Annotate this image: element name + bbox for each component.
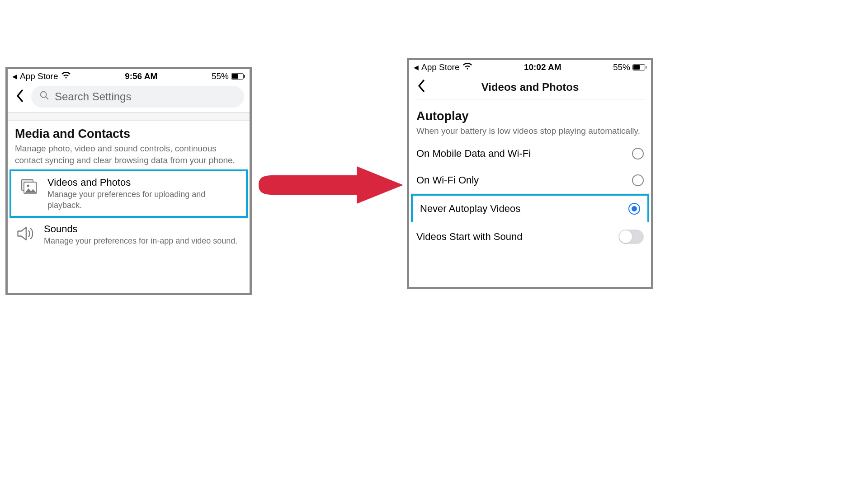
- wifi-icon: [61, 71, 71, 81]
- autoplay-heading: Autoplay: [416, 109, 644, 123]
- autoplay-option-never[interactable]: Never Autoplay Videos: [411, 194, 649, 222]
- autoplay-option-mobile-wifi[interactable]: On Mobile Data and Wi-Fi: [409, 141, 651, 167]
- svg-point-4: [27, 185, 29, 188]
- option-label: Never Autoplay Videos: [420, 203, 520, 215]
- setting-title: Sounds: [44, 223, 237, 235]
- option-label: On Wi-Fi Only: [416, 174, 479, 186]
- status-bar: ◀ App Store 10:02 AM 55%: [409, 60, 651, 73]
- arrow-right-icon: [255, 164, 406, 206]
- nav-row: Videos and Photos: [409, 73, 651, 99]
- battery-icon: [632, 64, 646, 70]
- battery-icon: [231, 73, 245, 80]
- option-label: On Mobile Data and Wi-Fi: [416, 148, 531, 160]
- toggle-off-icon[interactable]: [618, 230, 644, 244]
- battery-percent: 55%: [212, 71, 229, 81]
- back-button[interactable]: [415, 80, 428, 94]
- setting-desc: Manage your preferences for uploading an…: [47, 189, 239, 211]
- settings-screen-left: ◀ App Store 9:56 AM 55% Search Settings …: [5, 67, 252, 295]
- back-to-app-caret-icon[interactable]: ◀: [12, 73, 17, 80]
- status-bar: ◀ App Store 9:56 AM 55%: [8, 69, 250, 82]
- section-header: Media and Contacts Manage photo, video a…: [8, 121, 250, 169]
- section-title: Media and Contacts: [15, 127, 242, 141]
- radio-unselected-icon: [632, 148, 644, 160]
- page-title: Videos and Photos: [433, 81, 627, 94]
- setting-sounds[interactable]: Sounds Manage your preferences for in-ap…: [8, 218, 250, 252]
- videos-start-with-sound-row[interactable]: Videos Start with Sound: [409, 222, 651, 251]
- radio-unselected-icon: [632, 174, 644, 186]
- battery-percent: 55%: [613, 62, 630, 72]
- back-to-app-label[interactable]: App Store: [20, 71, 58, 81]
- status-time: 10:02 AM: [524, 62, 561, 72]
- autoplay-header: Autoplay When your battery is low videos…: [409, 99, 651, 141]
- search-icon: [39, 90, 49, 103]
- svg-line-1: [46, 97, 48, 99]
- section-description: Manage photo, video and sound controls, …: [15, 143, 242, 166]
- toggle-label: Videos Start with Sound: [416, 231, 522, 243]
- autoplay-option-wifi-only[interactable]: On Wi-Fi Only: [409, 167, 651, 194]
- section-gap: [8, 113, 250, 121]
- setting-desc: Manage your preferences for in-app and v…: [44, 236, 237, 246]
- back-button[interactable]: [13, 89, 27, 104]
- nav-row: Search Settings: [8, 82, 250, 112]
- speaker-icon: [15, 223, 36, 244]
- photos-icon: [19, 177, 39, 197]
- search-placeholder: Search Settings: [55, 90, 131, 103]
- setting-videos-and-photos[interactable]: Videos and Photos Manage your preference…: [9, 169, 248, 218]
- search-input[interactable]: Search Settings: [31, 86, 244, 108]
- videos-photos-screen-right: ◀ App Store 10:02 AM 55% Videos and Phot…: [407, 58, 653, 289]
- back-to-app-label[interactable]: App Store: [421, 62, 460, 72]
- setting-title: Videos and Photos: [47, 177, 239, 188]
- wifi-icon: [462, 62, 472, 72]
- radio-selected-icon: [628, 203, 640, 215]
- back-to-app-caret-icon[interactable]: ◀: [414, 64, 419, 71]
- status-time: 9:56 AM: [125, 71, 157, 81]
- autoplay-desc: When your battery is low videos stop pla…: [416, 125, 644, 137]
